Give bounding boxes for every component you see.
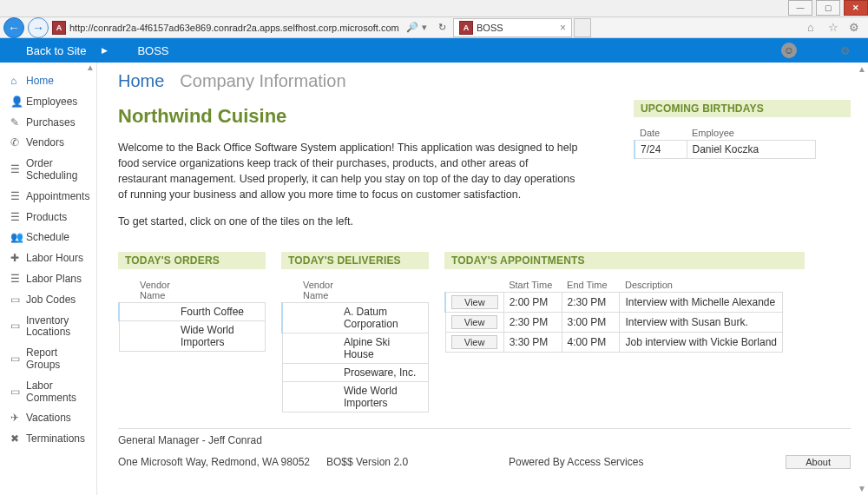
sidebar-item-purchases[interactable]: ✎Purchases [0, 113, 96, 134]
search-icon[interactable]: 🔎 ▾ [399, 22, 434, 33]
chevron-down-icon[interactable]: ▼ [858, 484, 866, 493]
sidebar-item-home[interactable]: ⌂Home [0, 71, 96, 92]
sidebar-item-vacations[interactable]: ✈Vacations [0, 408, 96, 429]
nav-icon: 👥 [10, 232, 26, 244]
table-row[interactable]: View3:30 PM4:00 PMJob interview with Vic… [445, 332, 783, 352]
tab-home[interactable]: Home [118, 71, 164, 91]
view-button[interactable]: View [451, 315, 498, 329]
window-titlebar: — ▢ ✕ [0, 0, 868, 17]
sidebar-item-employees[interactable]: 👤Employees [0, 92, 96, 113]
url-text[interactable]: http://conradr2a-4f6157ad63e869.conradr2… [69, 23, 399, 33]
appt-desc: Job interview with Vickie Borland [620, 332, 783, 352]
nav-icon: ☰ [10, 191, 26, 203]
window-close-button[interactable]: ✕ [844, 0, 868, 16]
appt-end: 3:00 PM [562, 312, 620, 332]
nav-icon: ✚ [10, 253, 26, 265]
table-row[interactable]: Alpine Ski House [282, 333, 429, 363]
sidebar-item-products[interactable]: ☰Products [0, 208, 96, 228]
app-command-bar: Back to Site ▶ BOSS ☺ ⚙ [0, 38, 868, 63]
appointments-table: Start Time End Time Description View2:00… [444, 278, 783, 353]
nav-label: Vacations [26, 412, 71, 425]
main-content: ▲ ▼ Home Company Information Northwind C… [97, 63, 868, 495]
table-row[interactable]: Wide World Importers [119, 320, 266, 351]
tab-close-icon[interactable]: × [560, 22, 566, 34]
sidebar-item-schedule[interactable]: 👥Schedule [0, 228, 96, 248]
nav-label: Job Codes [26, 294, 76, 307]
footer-address: One Microsoft Way, Redmond, WA 98052 [118, 456, 326, 468]
nav-label: Home [26, 76, 54, 88]
delivery-vendor: Alpine Ski House [339, 333, 429, 363]
table-row[interactable]: View2:30 PM3:00 PMInterview with Susan B… [445, 312, 783, 332]
nav-icon: ✎ [10, 117, 26, 129]
nav-icon: ✆ [10, 137, 26, 149]
nav-label: Labor Comments [26, 380, 91, 405]
nav-label: Schedule [26, 232, 69, 244]
chevron-up-icon[interactable]: ▲ [858, 64, 866, 74]
about-button[interactable]: About [786, 455, 851, 469]
browser-tab[interactable]: A BOSS × [453, 18, 572, 37]
table-row[interactable]: 7/24Daniel Koczka [635, 141, 816, 159]
browser-forward-button[interactable]: → [28, 17, 49, 38]
nav-label: Report Groups [26, 347, 91, 372]
deliveries-header: TODAY'S DELIVERIES [281, 252, 429, 269]
view-button[interactable]: View [451, 335, 498, 349]
window-restore-button[interactable]: ▢ [816, 0, 840, 16]
appt-start: 2:30 PM [503, 312, 562, 332]
sidebar-item-labor-plans[interactable]: ☰Labor Plans [0, 269, 96, 290]
sidebar-item-terminations[interactable]: ✖Terminations [0, 429, 96, 450]
refresh-icon[interactable]: ↻ [434, 22, 450, 33]
sidebar-item-job-codes[interactable]: ▭Job Codes [0, 290, 96, 311]
sidebar-item-appointments[interactable]: ☰Appointments [0, 187, 96, 208]
sidebar-item-vendors[interactable]: ✆Vendors [0, 133, 96, 154]
appt-start: 2:00 PM [503, 292, 562, 312]
table-row[interactable]: Proseware, Inc. [282, 363, 429, 381]
nav-icon: ☰ [10, 274, 26, 286]
access-app-icon: A [52, 21, 66, 35]
feedback-smiley-icon[interactable]: ☺ [781, 43, 797, 58]
footer-version: BO$$ Version 2.0 [326, 456, 509, 468]
footer-gm: General Manager - Jeff Conrad [118, 434, 326, 446]
nav-icon: ▭ [10, 353, 26, 366]
table-row[interactable]: A. Datum Corporation [282, 302, 429, 333]
back-to-site-label: Back to Site [26, 44, 86, 57]
home-icon[interactable]: ⌂ [807, 21, 821, 34]
nav-sidebar: ▲ ⌂Home👤Employees✎Purchases✆Vendors☰Orde… [0, 63, 97, 495]
nav-icon: ☰ [10, 164, 26, 176]
sidebar-item-labor-hours[interactable]: ✚Labor Hours [0, 248, 96, 269]
birthdays-table: Date Employee 7/24Daniel Koczka [634, 126, 816, 159]
view-button[interactable]: View [451, 295, 498, 309]
nav-label: Purchases [26, 117, 76, 129]
sidebar-item-report-groups[interactable]: ▭Report Groups [0, 343, 96, 376]
appt-start: 3:30 PM [503, 332, 562, 352]
browser-back-button[interactable]: ← [3, 17, 24, 38]
tab-company-information[interactable]: Company Information [180, 71, 345, 91]
sidebar-item-inventory-locations[interactable]: ▭Inventory Locations [0, 311, 96, 344]
new-tab-button[interactable] [574, 18, 591, 37]
sidebar-item-labor-comments[interactable]: ▭Labor Comments [0, 376, 96, 409]
table-row[interactable]: Wide World Importers [282, 381, 429, 412]
table-row[interactable]: View2:00 PM2:30 PMInterview with Michell… [445, 292, 783, 312]
nav-icon: ▭ [10, 294, 26, 307]
birthday-employee: Daniel Koczka [687, 141, 816, 159]
back-to-site-link[interactable]: Back to Site ▶ [0, 44, 120, 57]
table-row[interactable]: Fourth Coffee [119, 302, 266, 320]
settings-gear-icon[interactable]: ⚙ [840, 44, 854, 57]
tools-gear-icon[interactable]: ⚙ [849, 21, 863, 34]
window-minimize-button[interactable]: — [788, 0, 812, 16]
order-vendor: Fourth Coffee [175, 302, 266, 320]
nav-label: Labor Hours [26, 253, 83, 265]
nav-label: Appointments [26, 191, 89, 203]
nav-icon: 👤 [10, 96, 26, 109]
nav-icon: ▭ [10, 320, 26, 333]
delivery-vendor: A. Datum Corporation [339, 302, 429, 333]
sidebar-item-order-scheduling[interactable]: ☰Order Scheduling [0, 154, 96, 187]
nav-icon: ☰ [10, 212, 26, 224]
orders-header: TODAY'S ORDERS [118, 252, 266, 269]
footer-row-1: General Manager - Jeff Conrad [118, 434, 851, 446]
company-title: Northwind Cuisine [118, 105, 608, 128]
appt-desc: Interview with Michelle Alexande [620, 292, 783, 312]
chevron-up-icon[interactable]: ▲ [86, 63, 95, 72]
appt-desc: Interview with Susan Burk. [620, 312, 783, 332]
delivery-vendor: Wide World Importers [339, 381, 429, 412]
favorites-icon[interactable]: ☆ [828, 21, 842, 34]
